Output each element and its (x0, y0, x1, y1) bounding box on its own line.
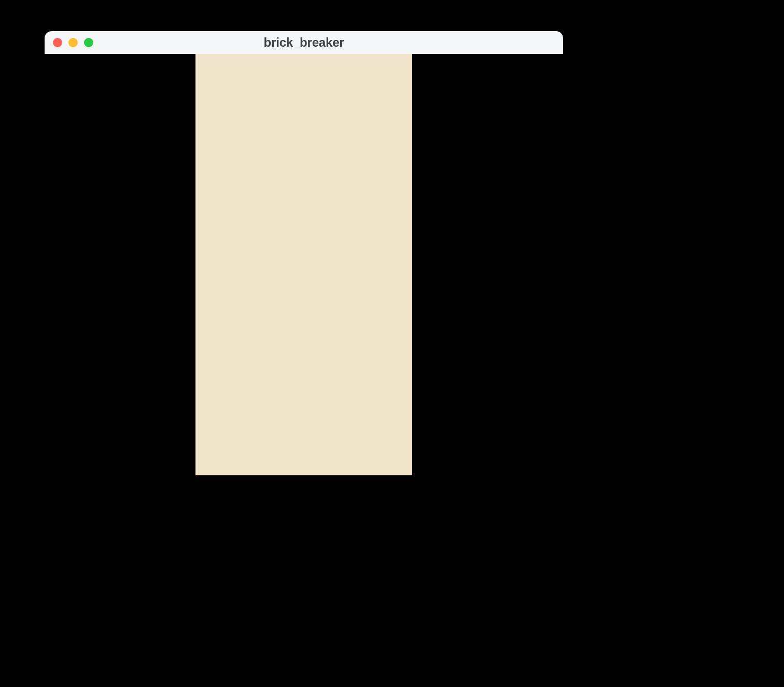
window-traffic-lights (53, 38, 93, 47)
window-content (45, 54, 563, 475)
window-titlebar[interactable]: brick_breaker (45, 31, 563, 54)
maximize-window-button[interactable] (84, 38, 93, 47)
close-window-button[interactable] (53, 38, 62, 47)
minimize-window-button[interactable] (68, 38, 78, 47)
window-title: brick_breaker (45, 35, 563, 50)
game-canvas[interactable] (195, 54, 412, 475)
app-window: brick_breaker (45, 31, 563, 475)
